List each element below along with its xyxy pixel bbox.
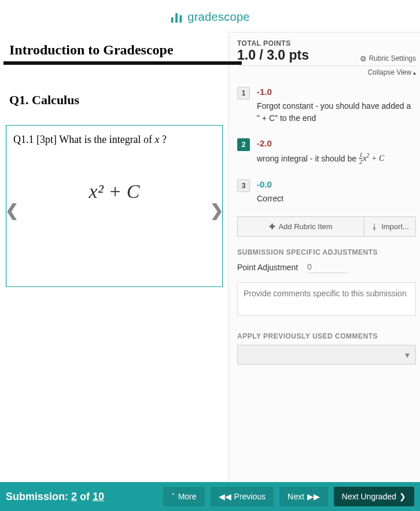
plus-icon: ✚ bbox=[269, 222, 275, 231]
total-points-label: TOTAL POINTS bbox=[237, 39, 416, 47]
chevron-up-icon: ˄ bbox=[171, 492, 175, 501]
rubric-body: -2.0 wrong integral - it should be 12x2 … bbox=[257, 138, 416, 166]
chevron-right-icon: ❯ bbox=[399, 492, 406, 501]
collapse-view-toggle[interactable]: Collapse View bbox=[237, 67, 416, 81]
gear-icon bbox=[360, 54, 367, 63]
rubric-description: Correct bbox=[257, 189, 416, 205]
svg-rect-1 bbox=[175, 13, 178, 22]
logo-bars-icon bbox=[170, 11, 183, 24]
chevron-down-icon: ▾ bbox=[405, 350, 410, 361]
grading-footer: Submission: 2 of 10 ˄More ◀◀Previous Nex… bbox=[0, 482, 420, 511]
submission-counter: Submission: 2 of 10 bbox=[6, 491, 157, 503]
apply-previous-label: APPLY PREVIOUSLY USED COMMENTS bbox=[237, 332, 416, 345]
rubric-item-1[interactable]: 1 -1.0 Forgot constant - you should have… bbox=[237, 81, 416, 133]
next-region-arrow[interactable]: ❯ bbox=[210, 201, 223, 220]
rubric-key-1[interactable]: 1 bbox=[237, 87, 250, 100]
rubric-item-2[interactable]: 2 -2.0 wrong integral - it should be 12x… bbox=[237, 133, 416, 174]
double-chevron-left-icon: ◀◀ bbox=[219, 492, 231, 501]
student-answer: x² + C bbox=[13, 146, 215, 203]
previous-comments-dropdown[interactable]: ▾ bbox=[237, 345, 416, 365]
next-button[interactable]: Next▶▶ bbox=[279, 487, 328, 506]
point-adjustment-row: Point Adjustment bbox=[237, 261, 416, 282]
point-adjustment-input[interactable] bbox=[307, 261, 348, 273]
brand-name: gradescope bbox=[187, 10, 250, 24]
score-row: 1.0 / 3.0 pts Rubric Settings bbox=[237, 47, 416, 66]
svg-rect-0 bbox=[171, 17, 174, 23]
double-chevron-right-icon: ▶▶ bbox=[307, 492, 320, 501]
brand-logo[interactable]: gradescope bbox=[170, 10, 250, 24]
document-title: Introduction to Gradescope bbox=[5, 32, 224, 61]
adjustments-label: SUBMISSION SPECIFIC ADJUSTMENTS bbox=[237, 248, 416, 261]
rubric-item-3[interactable]: 3 -0.0 Correct bbox=[237, 174, 416, 213]
rubric-points: -1.0 bbox=[257, 87, 416, 97]
app-header: gradescope bbox=[0, 0, 420, 32]
score-value: 1.0 / 3.0 pts bbox=[237, 47, 309, 63]
rubric-body: -0.0 Correct bbox=[257, 179, 416, 205]
rubric-key-3[interactable]: 3 bbox=[237, 179, 250, 192]
submission-viewer: Introduction to Gradescope Q1. Calculus … bbox=[0, 32, 229, 486]
prev-region-arrow[interactable]: ❮ bbox=[5, 201, 19, 220]
math-expression: 12x2 + C bbox=[359, 154, 385, 163]
rubric-points: -2.0 bbox=[257, 138, 416, 148]
question-heading: Q1. Calculus bbox=[5, 65, 224, 125]
main-content: Introduction to Gradescope Q1. Calculus … bbox=[0, 32, 420, 486]
more-button[interactable]: ˄More bbox=[163, 487, 205, 506]
rubric-body: -1.0 Forgot constant - you should have a… bbox=[257, 87, 416, 124]
question-text: Q1.1 [3pt] What is the integral of x ? bbox=[13, 134, 215, 146]
download-icon: ⭳ bbox=[371, 222, 378, 231]
rubric-key-2[interactable]: 2 bbox=[237, 138, 250, 151]
submission-comments-input[interactable] bbox=[237, 282, 416, 316]
add-rubric-item-button[interactable]: ✚Add Rubric Item bbox=[237, 216, 364, 237]
rubric-points: -0.0 bbox=[257, 179, 416, 189]
rubric-description: Forgot constant - you should have added … bbox=[257, 97, 416, 124]
rubric-description: wrong integral - it should be 12x2 + C bbox=[257, 148, 416, 166]
rubric-settings-link[interactable]: Rubric Settings bbox=[360, 54, 416, 63]
point-adjustment-label: Point Adjustment bbox=[237, 263, 298, 272]
grading-panel: TOTAL POINTS 1.0 / 3.0 pts Rubric Settin… bbox=[229, 32, 420, 486]
rubric-actions: ✚Add Rubric Item ⭳Import... bbox=[237, 216, 416, 237]
answer-region[interactable]: Q1.1 [3pt] What is the integral of x ? x… bbox=[6, 125, 223, 287]
svg-rect-2 bbox=[180, 15, 182, 23]
next-ungraded-button[interactable]: Next Ungraded❯ bbox=[334, 487, 414, 506]
import-rubric-button[interactable]: ⭳Import... bbox=[364, 216, 416, 237]
previous-button[interactable]: ◀◀Previous bbox=[211, 487, 274, 506]
